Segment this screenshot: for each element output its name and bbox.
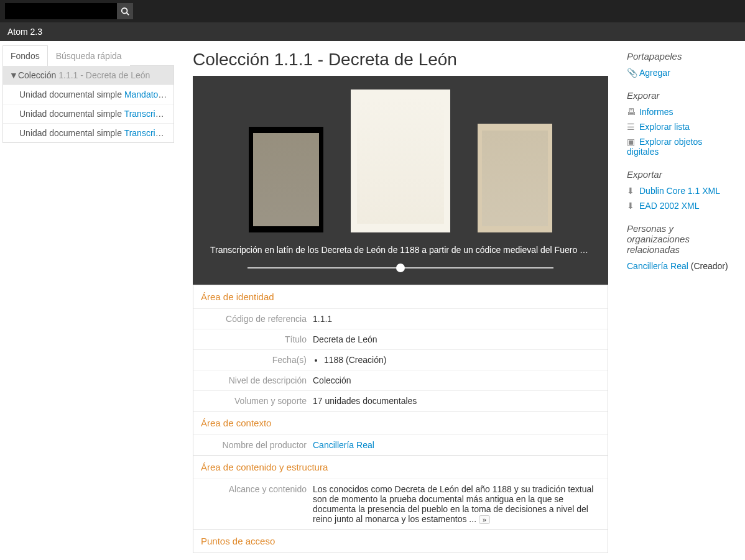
sidebar-explore-title: Exporar — [627, 90, 733, 101]
section-access-points: Puntos de acceso — [193, 529, 608, 553]
export-dc-link[interactable]: Dublin Core 1.1 XML — [639, 186, 720, 196]
metadata-panel: Área de identidad Código de referencia1.… — [193, 285, 608, 553]
tree-title: Transcripci... — [124, 128, 174, 138]
tree-item[interactable]: Unidad documental simple Transcripci... — [3, 104, 174, 124]
image-icon: ▣ — [627, 137, 637, 147]
treeview: ▼ Colección 1.1.1 - Decreta de León Unid… — [2, 66, 174, 143]
slider-handle-icon[interactable] — [396, 264, 405, 272]
tree-title: Mandato d... — [124, 90, 173, 99]
field-value: Decreta de León — [313, 329, 608, 349]
top-search-bar — [0, 0, 745, 22]
field-value: Colección — [313, 370, 608, 390]
image-viewer: Transcripción en latín de los Decreta de… — [193, 76, 608, 285]
section-context: Área de contexto — [193, 411, 608, 434]
field-label: Título — [193, 329, 313, 349]
browse-list-link[interactable]: Explorar lista — [639, 122, 690, 132]
left-tabs: Fondos Búsqueda rápida — [2, 45, 174, 66]
field-label: Fecha(s) — [193, 350, 313, 370]
viewer-caption: Transcripción en latín de los Decreta de… — [210, 241, 591, 259]
page-title: Colección 1.1.1 - Decreta de León — [193, 50, 608, 70]
producer-link[interactable]: Cancillería Real — [313, 440, 374, 450]
brand-text: Atom 2.3 — [7, 27, 42, 37]
thumbnail[interactable] — [249, 127, 323, 232]
tree-level: Colección — [18, 70, 56, 80]
section-identity: Área de identidad — [193, 285, 608, 308]
paperclip-icon: 📎 — [627, 68, 637, 78]
field-label: Alcance y contenido — [193, 479, 313, 529]
thumbnail-active[interactable] — [351, 90, 450, 232]
thumbnail[interactable] — [478, 124, 552, 232]
reports-link[interactable]: Informes — [639, 107, 673, 117]
svg-line-1 — [127, 13, 129, 16]
search-icon — [121, 7, 129, 16]
field-value: 1.1.1 — [313, 309, 608, 329]
brand-bar: Atom 2.3 — [0, 22, 745, 41]
manuscript-page-icon — [357, 98, 445, 224]
tree-title: 1.1.1 - Decreta de León — [58, 70, 150, 80]
tree-title: Transcripci... — [124, 109, 174, 119]
tree-item[interactable]: Unidad documental simple Transcripci... — [3, 124, 174, 142]
tree-level: Unidad documental simple — [19, 90, 122, 99]
field-value: 17 unidades documentales — [313, 391, 608, 411]
print-icon: 🖶 — [627, 107, 637, 117]
manuscript-page-icon — [253, 133, 319, 226]
field-label: Nombre del productor — [193, 435, 313, 455]
viewer-slider[interactable] — [248, 267, 553, 269]
field-value: Los conocidos como Decreta de León del a… — [313, 479, 608, 529]
browse-digital-link[interactable]: Explorar objetos digitales — [627, 137, 702, 157]
field-label: Volumen y soporte — [193, 391, 313, 411]
export-ead-link[interactable]: EAD 2002 XML — [639, 201, 700, 211]
clipboard-add-link[interactable]: Agregar — [639, 68, 670, 78]
download-icon: ⬇ — [627, 186, 637, 196]
svg-point-0 — [122, 8, 127, 14]
tab-fondos[interactable]: Fondos — [2, 45, 48, 66]
tree-item[interactable]: Unidad documental simple Mandato d... — [3, 85, 174, 104]
section-content: Área de contenido y estructura — [193, 455, 608, 479]
sidebar-related-title: Personas y organizaciones relacionadas — [627, 223, 733, 255]
collapse-icon: ▼ — [9, 70, 16, 80]
related-chancery-link[interactable]: Cancillería Real — [627, 261, 688, 271]
related-role: (Creador) — [688, 261, 728, 271]
tab-quick-search[interactable]: Búsqueda rápida — [48, 45, 130, 66]
search-input[interactable] — [5, 3, 117, 19]
manuscript-page-icon — [482, 131, 548, 226]
tree-level: Unidad documental simple — [19, 128, 122, 138]
search-button[interactable] — [117, 3, 133, 19]
sidebar-export-title: Exportar — [627, 169, 733, 180]
list-icon: ☰ — [627, 122, 637, 132]
expand-button[interactable]: » — [479, 515, 490, 524]
field-label: Nivel de descripción — [193, 370, 313, 390]
field-value: 1188 (Creación) — [313, 350, 608, 370]
tree-level: Unidad documental simple — [19, 109, 122, 119]
sidebar-clipboard-title: Portapapeles — [627, 51, 733, 62]
field-label: Código de referencia — [193, 309, 313, 329]
field-value: Cancillería Real — [313, 435, 608, 455]
tree-item[interactable]: ▼ Colección 1.1.1 - Decreta de León — [3, 66, 174, 85]
download-icon: ⬇ — [627, 201, 637, 211]
